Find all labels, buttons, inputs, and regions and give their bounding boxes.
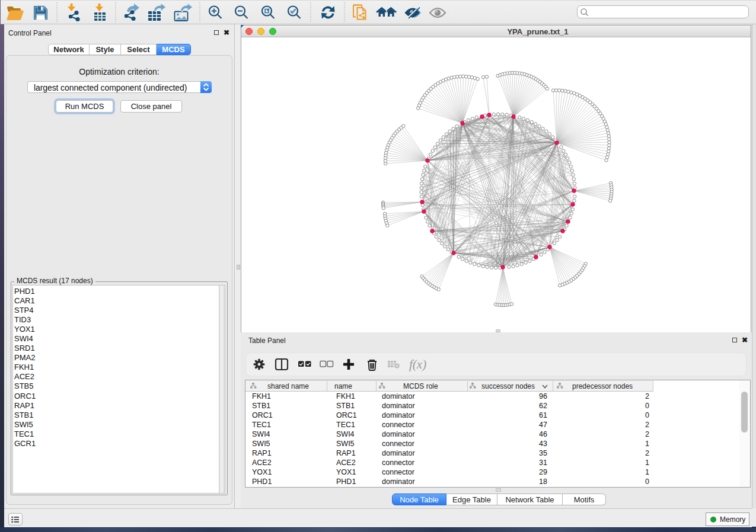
svg-text:f(x): f(x) bbox=[409, 357, 426, 371]
